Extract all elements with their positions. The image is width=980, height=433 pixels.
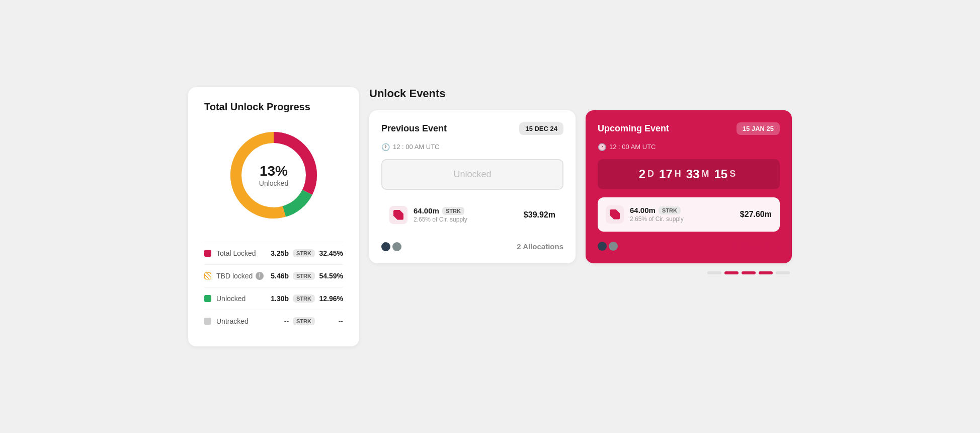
legend-item-untracked: Untracked -- STRK -- [204, 310, 343, 332]
legend-item-locked: Total Locked 3.25b STRK 32.45% [204, 242, 343, 264]
page-dot-5[interactable] [776, 271, 790, 274]
left-panel-title: Total Unlock Progress [204, 101, 343, 113]
prev-token-info: 64.00m STRK 2.65% of Cir. supply [414, 206, 518, 223]
events-row: Previous Event 15 DEC 24 🕐 12 : 00 AM UT… [369, 110, 792, 263]
upcoming-allocations-row: 2 Allocations [598, 240, 780, 251]
prev-token-amount-row: 64.00m STRK [414, 206, 518, 215]
locked-value: 3.25b [271, 249, 289, 257]
donut-wrapper: 13% Unlocked [204, 125, 343, 226]
page-dot-4[interactable] [759, 271, 773, 274]
prev-event-date: 15 DEC 24 [519, 122, 563, 135]
prev-token-usd: $39.92m [524, 210, 555, 220]
locked-badge: STRK [293, 249, 315, 257]
upcoming-event-header: Upcoming Event 15 JAN 25 [598, 122, 780, 135]
strk-logo [393, 210, 403, 220]
upcoming-event-card: Upcoming Event 15 JAN 25 🕐 12 : 00 AM UT… [586, 110, 792, 263]
clock-icon: 🕐 [381, 143, 390, 151]
countdown-minutes: 33 [686, 167, 700, 181]
upcoming-event-date: 15 JAN 25 [737, 122, 780, 135]
locked-pct: 32.45% [319, 249, 343, 257]
upcoming-event-title: Upcoming Event [598, 123, 669, 134]
upcoming-dot-1 [598, 242, 607, 251]
left-panel: Total Unlock Progress [188, 87, 359, 346]
page-dot-3[interactable] [742, 271, 756, 274]
untracked-pct: -- [319, 317, 343, 325]
page-dot-1[interactable] [707, 271, 721, 274]
donut-center: 13% Unlocked [259, 163, 288, 187]
untracked-value: -- [284, 317, 289, 325]
countdown-hours: 17 [659, 167, 673, 181]
upcoming-token-info: 64.00m STRK 2.65% of Cir. supply [630, 206, 734, 223]
page-dot-2[interactable] [724, 271, 739, 274]
tbd-info-icon[interactable]: i [256, 272, 264, 280]
tbd-color-swatch [204, 272, 211, 279]
upcoming-allocation-dots [598, 242, 618, 251]
prev-allocation-dots [381, 242, 401, 251]
prev-token-icon [389, 206, 407, 224]
prev-event-time: 🕐 12 : 00 AM UTC [381, 143, 563, 151]
prev-token-row: 64.00m STRK 2.65% of Cir. supply $39.92m [381, 198, 563, 232]
dot-2 [392, 242, 401, 251]
countdown-days: 2 [639, 167, 645, 181]
tbd-value: 5.46b [271, 272, 289, 280]
upcoming-dot-2 [609, 242, 618, 251]
countdown-box: 2 D 17 H 33 M 15 S [598, 159, 780, 189]
right-panel: Unlock Events Previous Event 15 DEC 24 🕐… [369, 87, 792, 346]
countdown-seconds: 15 [714, 167, 728, 181]
unlocked-status-button: Unlocked [381, 159, 563, 190]
unlocked-value: 1.30b [271, 295, 289, 303]
prev-token-supply: 2.65% of Cir. supply [414, 216, 518, 223]
untracked-badge: STRK [293, 317, 315, 325]
upcoming-allocations-label: 2 Allocations [733, 242, 780, 250]
legend-list: Total Locked 3.25b STRK 32.45% TBD locke… [204, 242, 343, 332]
tbd-label: TBD locked i [216, 272, 271, 280]
upcoming-token-badge: STRK [659, 206, 681, 214]
donut-chart: 13% Unlocked [223, 125, 324, 226]
countdown-hours-unit: H [675, 169, 681, 179]
upcoming-token-amount-row: 64.00m STRK [630, 206, 734, 214]
countdown-seconds-unit: S [729, 169, 736, 179]
upcoming-event-time: 🕐 12 : 00 AM UTC [598, 143, 780, 151]
dot-1 [381, 242, 390, 251]
locked-label: Total Locked [216, 249, 271, 257]
pagination-dots [369, 271, 792, 274]
legend-item-unlocked: Unlocked 1.30b STRK 12.96% [204, 287, 343, 310]
prev-allocations-row: 2 Allocations [381, 240, 563, 251]
upcoming-strk-logo [610, 209, 620, 220]
upcoming-token-supply: 2.65% of Cir. supply [630, 215, 734, 223]
unlocked-label: Unlocked [216, 295, 271, 303]
tbd-badge: STRK [293, 272, 315, 280]
unlocked-badge: STRK [293, 295, 315, 303]
unlock-events-title: Unlock Events [369, 87, 792, 100]
upcoming-token-row: 64.00m STRK 2.65% of Cir. supply $27.60m [598, 197, 780, 232]
legend-item-tbd: TBD locked i 5.46b STRK 54.59% [204, 264, 343, 287]
prev-allocations-label: 2 Allocations [517, 242, 563, 251]
prev-token-amount: 64.00m [414, 206, 439, 215]
donut-percent: 13% [259, 163, 288, 179]
prev-event-title: Previous Event [381, 123, 447, 134]
upcoming-clock-icon: 🕐 [598, 143, 606, 151]
locked-color-swatch [204, 250, 211, 257]
previous-event-card: Previous Event 15 DEC 24 🕐 12 : 00 AM UT… [369, 110, 576, 263]
upcoming-token-icon [606, 205, 624, 224]
tbd-pct: 54.59% [319, 272, 343, 280]
donut-label: Unlocked [259, 179, 288, 187]
untracked-color-swatch [204, 318, 211, 325]
unlocked-color-swatch [204, 295, 211, 302]
unlocked-pct: 12.96% [319, 295, 343, 303]
countdown-days-unit: D [647, 169, 654, 179]
prev-token-badge: STRK [442, 207, 464, 215]
prev-event-header: Previous Event 15 DEC 24 [381, 122, 563, 135]
untracked-label: Untracked [216, 317, 284, 325]
upcoming-token-usd: $27.60m [740, 210, 772, 219]
upcoming-token-amount: 64.00m [630, 206, 656, 214]
countdown-minutes-unit: M [702, 169, 709, 179]
main-container: Total Unlock Progress [178, 77, 802, 356]
